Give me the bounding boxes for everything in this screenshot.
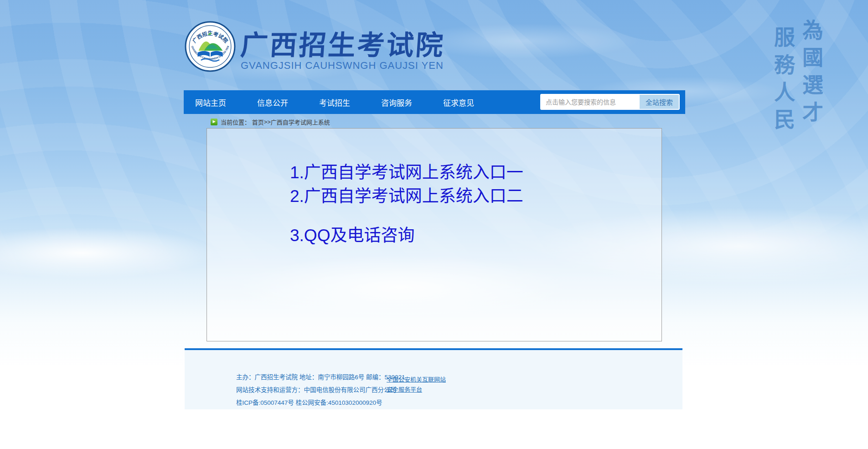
breadcrumb-label: 当前位置： <box>221 118 250 126</box>
footer: 主办：广西招生考试院 地址：南宁市柳园路6号 邮编：530021 网站技术支持和… <box>185 350 682 409</box>
nav-item-info-disclosure[interactable]: 信息公开 <box>257 97 288 108</box>
breadcrumb: ▶ 当前位置： 首页 >> 广西自学考试网上系统 <box>211 117 330 126</box>
footer-links: 全国公安机关互联网站 安全服务平台 <box>387 375 446 395</box>
nav-item-consult-service[interactable]: 咨询服务 <box>381 97 412 108</box>
security-service-platform-link[interactable]: 安全服务平台 <box>387 385 446 395</box>
breadcrumb-current: 广西自学考试网上系统 <box>271 118 330 126</box>
search-button[interactable]: 全站搜索 <box>640 95 679 109</box>
calligraphy-watermark: 服務人民 為國選才 <box>772 19 822 136</box>
nav-item-feedback[interactable]: 征求意见 <box>443 97 474 108</box>
self-study-exam-entry-1-link[interactable]: 1.广西自学考试网上系统入口一 <box>290 159 523 183</box>
search-input[interactable] <box>541 95 640 109</box>
site-search: 全站搜索 <box>540 94 680 110</box>
breadcrumb-arrow-icon: ▶ <box>211 119 217 125</box>
nav-items: 网站主页 信息公开 考试招生 咨询服务 征求意见 <box>184 97 474 108</box>
nav-item-home[interactable]: 网站主页 <box>195 97 226 108</box>
content-panel: 1.广西自学考试网上系统入口一 2.广西自学考试网上系统入口二 3.QQ及电话咨… <box>207 128 662 341</box>
site-title: 广西招生考试院 <box>239 23 446 62</box>
footer-host-address-line: 主办：广西招生考试院 地址：南宁市柳园路6号 邮编：530021 <box>236 371 405 384</box>
footer-tech-support-line: 网站技术支持和运营方：中国电信股份有限公司广西分公司 <box>236 384 405 397</box>
public-security-network-link[interactable]: 全国公安机关互联网站 <box>387 375 446 385</box>
breadcrumb-separator: >> <box>264 119 271 125</box>
watermark-text-select-talent: 為國選才 <box>801 19 822 136</box>
footer-info: 主办：广西招生考试院 地址：南宁市柳园路6号 邮编：530021 网站技术支持和… <box>236 371 405 409</box>
site-logo[interactable]: 广西招生考试院 GVANGJSIH CAUHSWNGH GAUJSI YEN <box>185 21 236 72</box>
page-background: 服務人民 為國選才 广西招生考试院 GVANGJSIH CAUHSWNGH GA… <box>0 0 868 449</box>
footer-icp-line: 桂ICP备:05007447号 桂公网安备:45010302000920号 <box>236 397 405 409</box>
qq-phone-consult-link[interactable]: 3.QQ及电话咨询 <box>290 222 414 246</box>
breadcrumb-home-link[interactable]: 首页 <box>252 118 264 126</box>
self-study-exam-entry-2-link[interactable]: 2.广西自学考试网上系统入口二 <box>290 182 523 207</box>
nav-item-exam-admission[interactable]: 考试招生 <box>319 97 350 108</box>
watermark-text-serve-people: 服務人民 <box>772 26 793 136</box>
main-navigation: 网站主页 信息公开 考试招生 咨询服务 征求意见 全站搜索 <box>184 90 685 114</box>
site-subtitle: GVANGJSIH CAUHSWNGH GAUJSI YEN <box>241 60 444 72</box>
